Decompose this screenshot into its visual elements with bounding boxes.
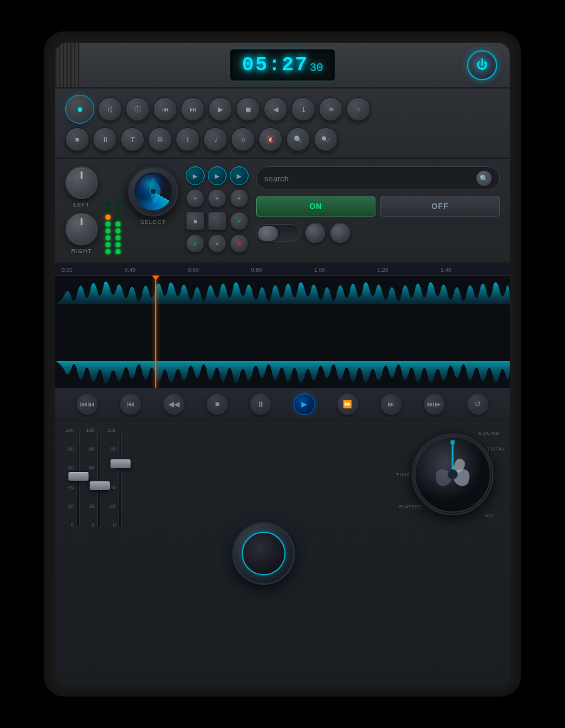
small-knob-1[interactable]: [305, 223, 325, 243]
master-area: [134, 427, 393, 679]
timer-main: 05:27: [242, 53, 308, 77]
transport-pause[interactable]: ⏸: [250, 393, 271, 415]
mixer-section: 100 80 60 40 20 0 100 80: [55, 421, 510, 685]
grid-btn-sq1[interactable]: ■: [186, 211, 205, 230]
btn-pause[interactable]: ⏸: [93, 127, 117, 151]
scale-40: 40: [68, 484, 73, 490]
select-knob-area: SELECT: [128, 166, 178, 254]
btn-back[interactable]: ◀: [264, 97, 288, 121]
grid-btn-play3[interactable]: ▶: [230, 166, 249, 185]
transport-loop[interactable]: ↺: [467, 393, 488, 415]
led-2-4: [116, 222, 121, 227]
waveform-canvas[interactable]: [55, 276, 510, 388]
scale-80: 80: [68, 446, 73, 452]
btn-text[interactable]: T: [121, 127, 144, 151]
scale2-0: 0: [92, 522, 94, 528]
label-time: TIME: [396, 472, 411, 478]
off-button[interactable]: OFF: [380, 196, 500, 217]
scale3-80: 80: [110, 446, 116, 452]
mark-100: 1:00: [314, 267, 377, 273]
btn-music[interactable]: ♩: [203, 127, 227, 151]
fader-track-2[interactable]: [97, 427, 101, 528]
transport-next[interactable]: ⏭: [380, 393, 402, 415]
mark-040: 0:40: [125, 267, 188, 273]
search-icon: 🔍: [480, 174, 488, 183]
btn-eq[interactable]: ≈: [347, 97, 370, 121]
power-icon: ⏻: [476, 58, 488, 72]
search-icon-button[interactable]: 🔍: [476, 171, 492, 186]
fader-handle-1[interactable]: [68, 472, 89, 481]
transport-play[interactable]: ▶: [294, 393, 315, 415]
scale2-20: 20: [89, 503, 95, 509]
scale-0: 0: [71, 522, 73, 528]
ruler-marks: 0:20 0:40 0:60 0:80 1:00 1:20 1:40: [62, 267, 503, 273]
btn-music2[interactable]: ♫: [231, 127, 255, 151]
mark-120: 1:20: [377, 267, 441, 273]
transport-skip-end[interactable]: ⏭⏭: [424, 393, 445, 415]
led-1-6: [105, 235, 110, 240]
grid-btn-sq2[interactable]: [208, 211, 227, 230]
led-2-3: [116, 215, 121, 220]
grid-btn-play1[interactable]: ▶: [186, 166, 205, 185]
btn-normalize[interactable]: ≋: [319, 97, 343, 121]
scale-20: 20: [68, 503, 73, 509]
btn-skip-start[interactable]: ⏮: [153, 97, 177, 121]
timer-display: 05:27 30: [230, 49, 335, 81]
btn-rewind-fast[interactable]: ⟨⟨: [98, 97, 122, 121]
btn-play[interactable]: ▶: [208, 97, 232, 121]
on-button[interactable]: ON: [256, 196, 375, 217]
grid-btn-play2[interactable]: ▶: [208, 166, 227, 185]
toggle-switch-1[interactable]: [256, 224, 300, 242]
btn-record[interactable]: ⏺: [65, 95, 94, 124]
fader-scale-3: 100 80 60 40 20 0: [107, 427, 116, 528]
grid-btn-check1[interactable]: ✓: [230, 211, 249, 230]
btn-info[interactable]: ⓘ: [126, 97, 149, 121]
btn-skip-end[interactable]: ⏭: [181, 97, 205, 121]
btn-stop[interactable]: ◼: [236, 97, 260, 121]
led-meters: [105, 166, 121, 254]
left-knob[interactable]: [65, 166, 98, 199]
led-2-2: [116, 208, 121, 213]
speaker-grille: [55, 43, 80, 87]
transport-bar: ⏮⏮ ⏮ ◀◀ ■ ⏸ ▶ ⏩ ⏭ ⏭⏭ ↺: [55, 388, 510, 421]
btn-tag[interactable]: t: [176, 127, 200, 151]
power-button[interactable]: ⏻: [467, 50, 497, 80]
grid-btn-cross[interactable]: ✕: [230, 234, 249, 253]
fader-handle-3[interactable]: [110, 459, 131, 468]
small-knob-2[interactable]: [330, 223, 350, 243]
transport-ff[interactable]: ⏩: [337, 393, 358, 415]
led-col-2: [116, 201, 121, 254]
btn-zoom-in[interactable]: 🔍: [286, 127, 310, 151]
mark-060: 0:60: [188, 267, 251, 273]
fader-handle-2[interactable]: [90, 481, 110, 490]
toggle-thumb-1: [258, 226, 278, 241]
toggle-row: [256, 223, 500, 243]
grid-btn-plus2[interactable]: +: [208, 189, 227, 208]
search-input[interactable]: [264, 174, 471, 183]
transport-rewind[interactable]: ◀◀: [163, 393, 185, 415]
right-label: RIGHT: [72, 248, 92, 254]
grid-btn-plus3[interactable]: +: [230, 189, 249, 208]
led-col-1: [105, 201, 110, 254]
fader-track-3[interactable]: [118, 427, 122, 528]
fader-track-1[interactable]: [76, 427, 80, 528]
transport-skip-start[interactable]: ⏮⏮: [77, 393, 98, 415]
btn-settings[interactable]: ⚙: [148, 127, 172, 151]
scale2-60: 60: [89, 465, 95, 471]
select-knob[interactable]: [128, 166, 178, 217]
btn-zoom-out[interactable]: 🔍-: [314, 127, 338, 151]
master-knob[interactable]: [232, 522, 295, 585]
scale3-40: 40: [110, 484, 116, 490]
btn-snap[interactable]: ⤓: [291, 97, 315, 121]
transport-prev[interactable]: ⏮: [120, 393, 141, 415]
grid-btn-dot[interactable]: •: [208, 234, 227, 253]
grid-btn-plus1[interactable]: +: [186, 189, 205, 208]
led-1-8: [105, 249, 110, 254]
transport-stop[interactable]: ■: [207, 393, 228, 415]
fader-ch2-group: 100 80 60 40 20 0: [86, 427, 100, 679]
btn-stop2[interactable]: ■: [65, 127, 89, 151]
btn-mute[interactable]: 🔇: [259, 127, 282, 151]
right-knob[interactable]: [65, 213, 98, 245]
spinner-knob[interactable]: [412, 434, 493, 515]
grid-btn-check2[interactable]: ✓: [186, 234, 205, 253]
